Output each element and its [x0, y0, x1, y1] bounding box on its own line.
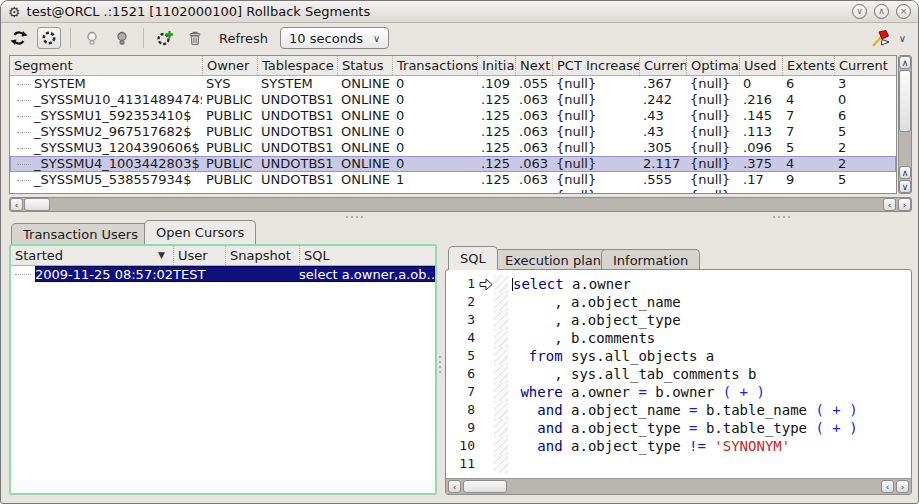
sql-code-area[interactable]: 1select a.owner2 , a.object_name3 , a.ob… — [446, 270, 911, 478]
cell-used: .145 — [739, 108, 782, 124]
vertical-splitter-handle[interactable] — [439, 356, 441, 358]
table-row[interactable]: SYSTEMSYSSYSTEMONLINE0.109.055{null}.367… — [10, 76, 896, 92]
editor-horizontal-scrollbar[interactable]: ‹ ‹ › — [446, 478, 911, 494]
tab-sql[interactable]: SQL — [448, 246, 498, 270]
scroll-left-button[interactable]: ‹ — [448, 480, 461, 493]
column-header-used-10[interactable]: Used — [739, 56, 782, 75]
cell-transactions: 0 — [392, 108, 477, 124]
column-header-owner-1[interactable]: Owner — [202, 56, 257, 75]
refresh-button[interactable] — [7, 27, 31, 49]
code-text: , b.comments — [508, 329, 655, 347]
cell-optimal: {null} — [686, 108, 739, 124]
code-line[interactable]: 5 from sys.all_objects a — [446, 347, 911, 365]
column-header-next-6[interactable]: Next — [515, 56, 552, 75]
code-text: and a.object_type != 'SYNONYM' — [508, 437, 790, 455]
column-header-extents-11[interactable]: Extents — [782, 56, 834, 75]
cell-used — [739, 188, 782, 194]
segments-table-header: SegmentOwnerTablespaceStatusTransactions… — [10, 56, 896, 76]
sql-editor[interactable]: 1select a.owner2 , a.object_name3 , a.ob… — [445, 269, 912, 495]
table-row-partial[interactable]: {null}{null} — [10, 188, 896, 194]
table-row[interactable]: _SYSSMU10_4131489474$PUBLICUNDOTBS1ONLIN… — [10, 92, 896, 108]
cell-tablespace: UNDOTBS1 — [257, 124, 337, 140]
segments-horizontal-scrollbar[interactable]: ‹ ‹ › — [9, 197, 912, 212]
code-line[interactable]: 3 , a.object_type — [446, 311, 911, 329]
kill-session-button[interactable] — [869, 27, 893, 49]
code-line[interactable]: 11 — [446, 455, 911, 473]
cell-extents: 6 — [782, 76, 834, 92]
code-line[interactable]: 10 and a.object_type != 'SYNONYM' — [446, 437, 911, 455]
column-header-optimal-9[interactable]: Optimal — [686, 56, 739, 75]
scroll-up-button-2[interactable]: ∧ — [899, 166, 911, 179]
tab-information[interactable]: Information — [601, 249, 700, 270]
column-header-pct-increase-7[interactable]: PCT Increase — [552, 56, 639, 75]
code-line[interactable]: 2 , a.object_name — [446, 293, 911, 311]
column-header-user[interactable]: User — [173, 246, 225, 265]
table-row[interactable]: _SYSSMU5_538557934$PUBLICUNDOTBS1ONLINE1… — [10, 172, 896, 188]
column-header-current-12[interactable]: Current — [834, 56, 896, 75]
scroll-right-button[interactable]: › — [898, 198, 911, 211]
column-header-initial-5[interactable]: Initial — [477, 56, 515, 75]
add-segment-button[interactable] — [153, 27, 177, 49]
code-line[interactable]: 1select a.owner — [446, 275, 911, 293]
code-line[interactable]: 4 , b.comments — [446, 329, 911, 347]
splitter-handle[interactable] — [773, 216, 775, 218]
column-header-segment-0[interactable]: Segment — [10, 56, 202, 75]
close-button[interactable]: × — [896, 4, 911, 19]
scroll-left-button-2[interactable]: ‹ — [883, 198, 896, 211]
tab-execution-plan[interactable]: Execution plan — [493, 249, 613, 270]
column-header-started[interactable]: Started▼ — [11, 246, 173, 265]
column-header-snapshot[interactable]: Snapshot — [225, 246, 299, 265]
horizontal-scroll-thumb[interactable] — [24, 198, 50, 211]
column-header-sql[interactable]: SQL — [299, 246, 435, 265]
cell-optimal: {null} — [686, 156, 739, 172]
auto-refresh-toggle[interactable] — [37, 27, 61, 49]
scroll-left-button-2[interactable]: ‹ — [881, 480, 894, 493]
cell-snapshot — [225, 266, 299, 282]
kill-session-dropdown[interactable]: ∨ — [897, 27, 908, 49]
scroll-right-button[interactable]: › — [896, 480, 909, 493]
maximize-button[interactable]: ∧ — [874, 4, 889, 19]
fold-margin — [494, 419, 508, 437]
table-row[interactable]: _SYSSMU3_1204390606$PUBLICUNDOTBS1ONLINE… — [10, 140, 896, 156]
code-text: and a.object_name = b.table_name ( + ) — [508, 401, 858, 419]
list-item[interactable]: 2009-11-25 08:57:02TESTselect a.owner,a.… — [11, 266, 435, 282]
code-line[interactable]: 6 , sys.all_tab_comments b — [446, 365, 911, 383]
column-header-status-3[interactable]: Status — [337, 56, 392, 75]
bulb-off-button[interactable] — [80, 27, 104, 49]
delete-segment-button[interactable] — [183, 27, 207, 49]
code-line[interactable]: 9 and a.object_type = b.table_type ( + ) — [446, 419, 911, 437]
table-row[interactable]: _SYSSMU1_592353410$PUBLICUNDOTBS1ONLINE0… — [10, 108, 896, 124]
segments-vertical-scrollbar[interactable]: ∧ ∧ ∨ — [898, 55, 912, 194]
cell-current: 0 — [834, 92, 896, 108]
bulb-on-button[interactable] — [110, 27, 134, 49]
column-header-current-8[interactable]: Current — [639, 56, 686, 75]
scroll-left-button[interactable]: ‹ — [10, 198, 23, 211]
line-number: 11 — [446, 455, 478, 473]
line-number: 10 — [446, 437, 478, 455]
column-header-tablespace-2[interactable]: Tablespace — [257, 56, 337, 75]
cell-pct-increase: {null} — [552, 140, 639, 156]
cell-pct-increase: {null} — [552, 156, 639, 172]
table-row[interactable]: _SYSSMU2_967517682$PUBLICUNDOTBS1ONLINE0… — [10, 124, 896, 140]
line-number: 3 — [446, 311, 478, 329]
tab-transaction-users[interactable]: Transaction Users — [11, 223, 150, 244]
scroll-down-button[interactable]: ∨ — [899, 180, 911, 193]
code-line[interactable]: 7 where a.owner = b.owner ( + ) — [446, 383, 911, 401]
horizontal-scroll-thumb[interactable] — [463, 480, 507, 493]
title-bar[interactable]: ⚙ test@ORCL .:1521 [1102000100] Rollback… — [1, 1, 918, 23]
open-cursors-panel: Started▼UserSnapshotSQL 2009-11-25 08:57… — [9, 244, 437, 495]
window-controls: ∨ ∧ × — [852, 4, 911, 19]
code-line[interactable]: 8 and a.object_name = b.table_name ( + ) — [446, 401, 911, 419]
shade-button[interactable]: ∨ — [852, 4, 867, 19]
vertical-scroll-thumb[interactable] — [899, 70, 911, 132]
splitter-handle[interactable] — [346, 216, 348, 218]
toolbar: Refresh 10 seconds ∨ ∨ — [1, 24, 918, 52]
scroll-up-button[interactable]: ∧ — [899, 56, 911, 69]
tab-open-cursors[interactable]: Open Cursors — [144, 220, 256, 244]
refresh-interval-select[interactable]: 10 seconds ∨ — [280, 27, 389, 49]
selected-cursor-row[interactable]: 2009-11-25 08:57:02TESTselect a.owner,a.… — [35, 266, 435, 282]
tree-branch-icon — [14, 172, 34, 187]
column-header-transactions-4[interactable]: Transactions — [392, 56, 477, 75]
table-row[interactable]: _SYSSMU4_1003442803$PUBLICUNDOTBS1ONLINE… — [10, 156, 896, 172]
cell-status: ONLINE — [337, 140, 392, 156]
